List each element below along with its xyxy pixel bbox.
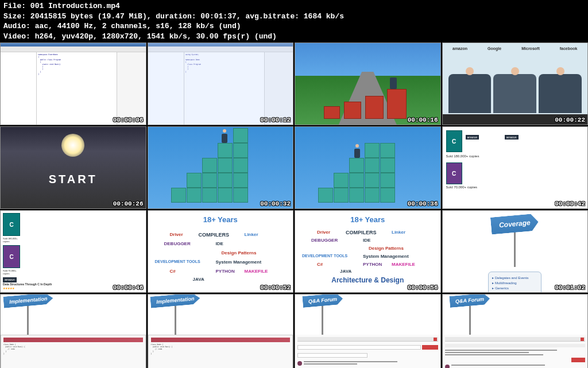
timestamp: 00:00:36 (408, 200, 438, 207)
thumbnail-6: 00:00:32 (148, 126, 294, 209)
qa-sign: Q&A Forum (450, 294, 491, 308)
timestamp: 00:00:32 (260, 200, 291, 207)
timestamp: 00:00:56 (408, 284, 438, 291)
thumbnail-15: Q&A Forum 00:01:16 (295, 294, 441, 368)
audio-value: aac, 44100 Hz, 2 channels, s16, 128 kb/s… (35, 22, 241, 30)
book-c-depth: C (446, 130, 462, 152)
qa-sign: Q&A Forum (302, 294, 343, 308)
thumbnail-9: C Sold 180,000+ copies C Sold 70,000+ co… (0, 210, 146, 293)
size-bytes: 20415815 (30, 12, 66, 21)
years-title: 18+ Years (153, 215, 289, 224)
sold-count: Sold 70,000+ copies (446, 185, 585, 189)
timestamp: 00:00:52 (260, 284, 291, 291)
years-title: 18+ Years (300, 215, 436, 224)
timestamp: 00:00:06 (113, 117, 144, 123)
timestamp: 00:00:16 (408, 117, 438, 123)
logo-facebook: facebook (560, 47, 578, 51)
timestamp: 00:00:12 (260, 117, 291, 123)
size-label: Size: (3, 12, 26, 21)
audio-label: Audio: (3, 22, 30, 30)
timestamp: 00:00:22 (555, 117, 585, 123)
thumbnail-1: namespace EventDemo{ public class Progra… (0, 42, 146, 125)
thumbnail-14: Implementation class Demo { public void … (148, 294, 294, 368)
file-label: File: (3, 2, 26, 10)
bitrate-label: avg.bitrate: (245, 12, 299, 21)
bitrate-value: 1684 kb/s (304, 12, 344, 21)
thumbnail-11: 18+ Years Driver COMPILERS Linker DEBUGG… (295, 210, 441, 293)
thumbnail-2: using System;namespace Demo{ class Progr… (148, 42, 294, 125)
start-text: START (49, 173, 98, 186)
thumbnail-10: 18+ Years Driver COMPILERS Linker DEBUGG… (148, 210, 294, 293)
thumbnail-16: Q&A Forum 00:01:22 (442, 294, 589, 368)
thumbnail-7: 00:00:36 (295, 126, 441, 209)
thumbnail-3: 00:00:16 (295, 42, 441, 125)
timestamp: 00:00:46 (113, 284, 144, 291)
arch-title: Architecture & Design (295, 276, 440, 284)
timestamp: 00:00:26 (113, 200, 144, 207)
thumbnail-12: Coverage Delegates and EventsMultithread… (442, 210, 589, 293)
media-info-header: File: 001 Introduction.mp4 Size: 2041581… (0, 0, 588, 42)
amazon-tag: amazon (505, 135, 519, 140)
logo-amazon: amazon (452, 47, 467, 51)
video-label: Video: (3, 32, 30, 41)
thumbnail-13: Implementation class Demo { public void … (0, 294, 146, 368)
logo-microsoft: Microsoft (521, 47, 540, 51)
coverage-sign: Coverage (490, 214, 539, 235)
size-unit: bytes (19.47 MiB), (71, 12, 151, 21)
timestamp: 00:01:02 (555, 284, 585, 291)
coverage-list: Delegates and EventsMultithreading Gener… (488, 272, 541, 293)
duration-label: duration: (156, 12, 196, 21)
thumbnail-4: amazon Google Microsoft facebook 00:00:2… (442, 42, 589, 125)
duration-value: 00:01:37, (200, 12, 241, 21)
thumbnail-5: START 00:00:26 (0, 126, 146, 209)
thumbnail-grid: namespace EventDemo{ public class Progra… (0, 42, 588, 368)
logo-google: Google (488, 47, 501, 51)
timestamp: 00:00:42 (555, 200, 585, 207)
file-value: 001 Introduction.mp4 (30, 2, 120, 10)
video-value: h264, yuv420p, 1280x720, 1541 kb/s, 30.0… (35, 32, 277, 41)
book-ds: C (446, 162, 462, 184)
amazon-tag: amazon (466, 135, 479, 140)
sold-count: Sold 180,000+ copies (446, 154, 585, 158)
thumbnail-8: C amazon amazon Sold 180,000+ copies C S… (442, 126, 589, 209)
